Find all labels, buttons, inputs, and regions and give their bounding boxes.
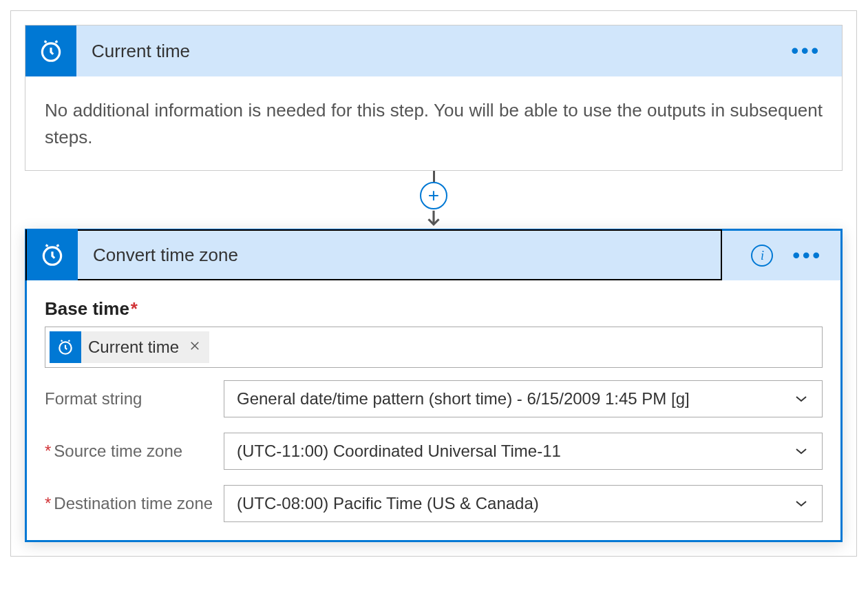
step-title: Current time (76, 41, 791, 62)
chevron-down-icon (793, 495, 809, 512)
step-description: No additional information is needed for … (25, 76, 842, 170)
destination-timezone-dropdown[interactable]: (UTC-08:00) Pacific Time (US & Canada) (224, 485, 823, 522)
format-string-label: Format string (45, 389, 224, 408)
connector: + (25, 171, 843, 229)
format-string-row: Format string General date/time pattern … (45, 380, 823, 417)
dropdown-value: (UTC-08:00) Pacific Time (US & Canada) (237, 494, 539, 513)
arrow-down-icon (423, 208, 444, 229)
destination-timezone-row: *Destination time zone (UTC-08:00) Pacif… (45, 485, 823, 522)
destination-timezone-label: *Destination time zone (45, 494, 224, 513)
dynamic-content-token[interactable]: Current time (50, 331, 209, 363)
dropdown-value: General date/time pattern (short time) -… (237, 389, 690, 408)
step-header[interactable]: Convert time zone (25, 229, 722, 280)
source-timezone-row: *Source time zone (UTC-11:00) Coordinate… (45, 433, 823, 470)
source-timezone-dropdown[interactable]: (UTC-11:00) Coordinated Universal Time-1… (224, 433, 823, 470)
chevron-down-icon (793, 443, 809, 459)
step-form: Base time* Current time (27, 280, 840, 540)
source-timezone-label: *Source time zone (45, 442, 224, 461)
dropdown-value: (UTC-11:00) Coordinated Universal Time-1… (237, 442, 561, 461)
base-time-input[interactable]: Current time (45, 327, 823, 368)
clock-icon (27, 229, 78, 280)
clock-icon (50, 331, 81, 363)
step-header[interactable]: Current time ••• (25, 25, 842, 76)
format-string-dropdown[interactable]: General date/time pattern (short time) -… (224, 380, 823, 417)
add-step-button[interactable]: + (420, 182, 447, 209)
info-icon[interactable]: i (751, 245, 773, 267)
connector-line (433, 171, 435, 182)
base-time-label: Base time* (45, 298, 823, 320)
chevron-down-icon (793, 391, 809, 407)
clock-icon (25, 25, 76, 76)
logic-app-designer-canvas: Current time ••• No additional informati… (10, 10, 857, 557)
step-title: Convert time zone (78, 245, 721, 266)
remove-token-icon[interactable] (186, 338, 209, 356)
token-label: Current time (81, 338, 186, 357)
step-current-time: Current time ••• No additional informati… (25, 25, 843, 171)
step-convert-time-zone: Convert time zone i ••• Base time* (25, 229, 843, 542)
